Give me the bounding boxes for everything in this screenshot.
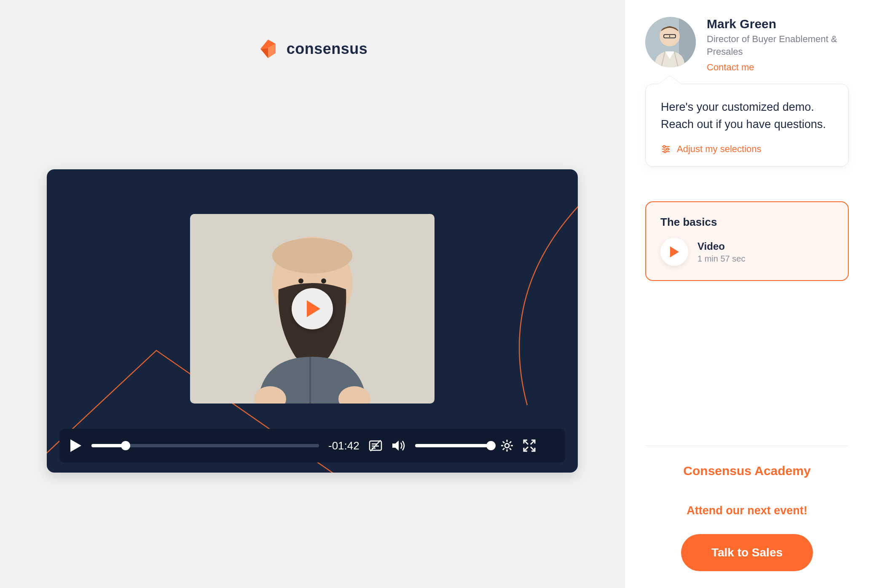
event-link[interactable]: Attend our next event! bbox=[645, 504, 849, 517]
settings-button[interactable] bbox=[500, 439, 514, 452]
svg-marker-11 bbox=[70, 439, 81, 452]
adjust-selections-link[interactable]: Adjust my selections bbox=[661, 144, 833, 155]
message-text: Here's your customized demo. Reach out i… bbox=[661, 99, 833, 133]
fullscreen-icon bbox=[523, 439, 536, 452]
video-controls: -01:42 bbox=[59, 429, 565, 462]
module-title: The basics bbox=[660, 216, 834, 229]
svg-point-41 bbox=[664, 151, 666, 153]
svg-line-23 bbox=[503, 441, 504, 443]
module-item-kind: Video bbox=[697, 241, 745, 252]
svg-marker-17 bbox=[392, 441, 399, 451]
module-card[interactable]: The basics Video 1 min 57 sec bbox=[645, 201, 849, 281]
contact-card: Mark Green Director of Buyer Enablement … bbox=[645, 17, 849, 73]
play-icon bbox=[70, 438, 82, 453]
fullscreen-button[interactable] bbox=[523, 439, 536, 452]
brand-name: consensus bbox=[287, 40, 368, 58]
volume-button[interactable] bbox=[392, 439, 406, 452]
video-frame bbox=[190, 214, 434, 404]
module-play-button[interactable] bbox=[660, 238, 688, 266]
svg-line-29 bbox=[531, 447, 534, 450]
academy-link[interactable]: Consensus Academy bbox=[645, 464, 849, 478]
svg-point-5 bbox=[272, 238, 352, 273]
svg-line-26 bbox=[510, 441, 511, 443]
volume-slider[interactable] bbox=[415, 444, 491, 447]
adjust-selections-label: Adjust my selections bbox=[677, 144, 762, 155]
play-icon bbox=[669, 246, 680, 258]
brand-logo: consensus bbox=[257, 38, 368, 60]
sidebar-footer: Consensus Academy Attend our next event!… bbox=[645, 446, 849, 571]
message-bubble: Here's your customized demo. Reach out i… bbox=[645, 84, 849, 167]
play-button[interactable] bbox=[70, 438, 82, 453]
sidebar: Mark Green Director of Buyer Enablement … bbox=[625, 0, 869, 588]
svg-line-30 bbox=[525, 447, 528, 450]
volume-icon bbox=[392, 439, 406, 452]
brand-logo-mark bbox=[257, 38, 279, 60]
contact-me-link[interactable]: Contact me bbox=[707, 62, 849, 73]
svg-point-18 bbox=[505, 444, 509, 448]
svg-line-27 bbox=[525, 441, 528, 444]
time-remaining: -01:42 bbox=[328, 439, 359, 452]
svg-point-40 bbox=[667, 148, 669, 150]
svg-marker-10 bbox=[307, 300, 320, 317]
play-button-overlay[interactable] bbox=[292, 288, 333, 329]
contact-role: Director of Buyer Enablement & Presales bbox=[707, 33, 849, 58]
svg-point-9 bbox=[321, 278, 326, 283]
seek-bar[interactable] bbox=[91, 444, 319, 447]
sliders-icon bbox=[661, 144, 671, 154]
module-item[interactable]: Video 1 min 57 sec bbox=[660, 238, 834, 266]
play-icon bbox=[305, 299, 322, 318]
video-player[interactable]: -01:42 bbox=[47, 169, 578, 473]
svg-line-24 bbox=[510, 448, 511, 450]
talk-to-sales-button[interactable]: Talk to Sales bbox=[681, 534, 813, 571]
avatar bbox=[645, 17, 696, 67]
svg-point-39 bbox=[663, 146, 665, 148]
gear-icon bbox=[500, 439, 514, 452]
svg-line-25 bbox=[503, 448, 504, 450]
captions-button[interactable] bbox=[369, 439, 382, 452]
contact-name: Mark Green bbox=[707, 17, 849, 31]
svg-marker-42 bbox=[670, 246, 679, 257]
svg-line-28 bbox=[531, 441, 534, 444]
svg-point-8 bbox=[298, 278, 303, 283]
module-item-duration: 1 min 57 sec bbox=[697, 254, 745, 264]
captions-icon bbox=[369, 439, 382, 452]
svg-marker-1 bbox=[260, 48, 268, 58]
